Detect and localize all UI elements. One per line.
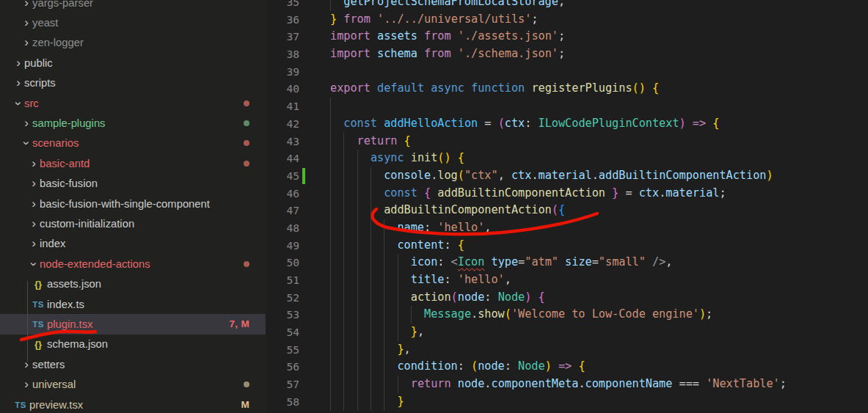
chevron-right-icon[interactable]: › — [21, 379, 32, 390]
code-line-55[interactable]: 55 }, — [266, 341, 868, 359]
code-line-50[interactable]: 50 icon: <Icon type="atm" size="small" /… — [266, 254, 868, 271]
chevron-right-icon[interactable]: › — [12, 77, 24, 89]
code-line-51[interactable]: 51 title: 'hello', — [266, 271, 868, 289]
tree-indent-guide — [27, 281, 28, 362]
line-number: 39 — [266, 63, 299, 81]
code-line-48[interactable]: 48 name: 'hello', — [266, 219, 868, 237]
chevron-right-icon[interactable]: › — [21, 0, 32, 9]
line-number: 36 — [266, 11, 299, 29]
code-line-49[interactable]: 49 content: { — [266, 237, 868, 255]
tree-item-yargs-parser[interactable]: ›yargs-parser — [0, 0, 266, 12]
code-editor[interactable]: 35 getProjectSchemaFromLocalStorage,36} … — [266, 0, 868, 413]
code-line-text: const { addBuiltinComponentAction } = ct… — [330, 185, 726, 202]
line-number: 47 — [266, 202, 299, 219]
code-line-37[interactable]: 37import assets from './assets.json'; — [266, 28, 868, 45]
code-line-text: async init() { — [330, 150, 464, 167]
chevron-right-icon[interactable]: › — [28, 198, 40, 210]
tree-item-label: schema.json — [47, 338, 108, 350]
code-line-52[interactable]: 52 action(node: Node) { — [266, 289, 868, 307]
code-line-53[interactable]: 53 Message.show('Welcome to Low-Code eng… — [266, 306, 868, 324]
tree-item-preview-tsx[interactable]: TSpreview.tsxM — [0, 395, 266, 413]
tree-item-label: scripts — [24, 77, 56, 89]
code-line-40[interactable]: 40export default async function register… — [266, 80, 868, 98]
tree-item-yeast[interactable]: ›yeast — [0, 12, 266, 32]
tree-item-schema-json[interactable]: {}schema.json — [0, 335, 266, 354]
code-line-text: import schema from './schema.json'; — [330, 45, 565, 63]
code-line-39[interactable]: 39 — [266, 63, 868, 81]
tree-item-label: basic-fusion — [40, 178, 98, 189]
chevron-right-icon[interactable]: › — [12, 57, 24, 69]
code-line-43[interactable]: 43 return { — [266, 133, 868, 150]
chevron-right-icon[interactable]: › — [28, 178, 40, 189]
line-number: 58 — [266, 393, 299, 411]
tree-item-node-extended-actions[interactable]: ›node-extended-actions — [0, 254, 266, 274]
code-line-58[interactable]: 58 } — [266, 393, 868, 411]
code-line-text: condition: (node: Node) => { — [330, 358, 586, 376]
tree-item-scripts[interactable]: ›scripts — [0, 73, 266, 93]
chevron-right-icon[interactable]: › — [28, 218, 40, 230]
code-line-38[interactable]: 38import schema from './schema.json'; — [266, 45, 868, 63]
code-line-44[interactable]: 44 async init() { — [266, 150, 868, 167]
line-number: 45 — [266, 167, 299, 185]
tree-item-scenarios[interactable]: ›scenarios — [0, 134, 266, 153]
tree-item-label: index — [40, 238, 65, 249]
chevron-right-icon[interactable]: › — [28, 238, 40, 249]
json-file-icon: {} — [29, 339, 47, 350]
chevron-right-icon[interactable]: › — [28, 158, 40, 169]
tree-item-plugin-tsx[interactable]: TSplugin.tsx7, M — [0, 314, 266, 334]
tree-item-label: preview.tsx — [29, 399, 83, 411]
tree-item-custom-initialization[interactable]: ›custom-initialization — [0, 213, 266, 233]
chevron-right-icon[interactable]: › — [21, 359, 32, 370]
tree-item-basic-fusion[interactable]: ›basic-fusion — [0, 174, 266, 194]
chevron-right-icon[interactable]: › — [21, 117, 32, 129]
git-status-dot — [244, 261, 249, 267]
code-line-56[interactable]: 56 condition: (node: Node) => { — [266, 358, 868, 376]
code-line-35[interactable]: 35 getProjectSchemaFromLocalStorage, — [266, 0, 868, 11]
code-line-text: return node.componentMeta.componentName … — [330, 376, 787, 393]
code-line-text: icon: <Icon type="atm" size="small" />, — [330, 254, 672, 271]
code-line-36[interactable]: 36} from '../../universal/utils'; — [266, 11, 868, 29]
line-number: 46 — [266, 185, 299, 202]
chevron-right-icon[interactable]: › — [21, 37, 32, 48]
tree-item-zen-logger[interactable]: ›zen-logger — [0, 33, 266, 53]
line-number: 57 — [266, 376, 299, 393]
code-line-41[interactable]: 41 — [266, 98, 868, 115]
tree-item-label: zen-logger — [32, 37, 84, 48]
problems-and-git-badge: 7, M — [230, 318, 249, 329]
code-line-47[interactable]: 47 addBuiltinComponentAction({ — [266, 202, 868, 219]
chevron-down-icon[interactable]: › — [28, 258, 40, 270]
tree-item-label: yeast — [32, 17, 58, 29]
tree-item-index-ts[interactable]: TSindex.ts — [0, 294, 266, 314]
git-status-dot — [244, 100, 249, 106]
code-line-text: title: 'hello', — [330, 271, 511, 289]
code-line-46[interactable]: 46 const { addBuiltinComponentAction } =… — [266, 185, 868, 202]
json-file-icon: {} — [29, 279, 47, 290]
code-line-text: }, — [330, 341, 411, 359]
tree-item-basic-antd[interactable]: ›basic-antd — [0, 153, 266, 173]
chevron-down-icon[interactable]: › — [21, 137, 32, 149]
tree-item-label: index.ts — [47, 299, 84, 310]
code-line-54[interactable]: 54 }, — [266, 324, 868, 341]
code-line-57[interactable]: 57 return node.componentMeta.componentNa… — [266, 376, 868, 393]
tree-item-index[interactable]: ›index — [0, 234, 266, 254]
code-line-42[interactable]: 42 const addHelloAction = (ctx: ILowCode… — [266, 115, 868, 133]
line-number: 40 — [266, 80, 299, 98]
line-number: 35 — [266, 0, 299, 11]
code-line-text: Message.show('Welcome to Low-Code engine… — [330, 306, 712, 324]
tree-item-src[interactable]: ›src — [0, 93, 266, 113]
tree-item-sample-plugins[interactable]: ›sample-plugins — [0, 113, 266, 133]
tree-item-setters[interactable]: ›setters — [0, 354, 266, 374]
line-number: 51 — [266, 271, 299, 289]
tree-item-assets-json[interactable]: {}assets.json — [0, 274, 266, 293]
code-line-text: } from '../../universal/utils'; — [330, 11, 539, 29]
code-line-text: import assets from './assets.json'; — [330, 28, 565, 45]
tree-item-label: scenarios — [32, 137, 79, 149]
line-number: 42 — [266, 115, 299, 133]
tree-item-public[interactable]: ›public — [0, 53, 266, 73]
chevron-right-icon[interactable]: › — [21, 17, 32, 29]
git-status-dot — [244, 140, 249, 146]
chevron-down-icon[interactable]: › — [12, 98, 24, 109]
tree-item-universal[interactable]: ›universal — [0, 374, 266, 394]
code-line-45[interactable]: 45 console.log("ctx", ctx.material.addBu… — [266, 167, 868, 185]
tree-item-basic-fusion-with-single-component[interactable]: ›basic-fusion-with-single-component — [0, 194, 266, 213]
